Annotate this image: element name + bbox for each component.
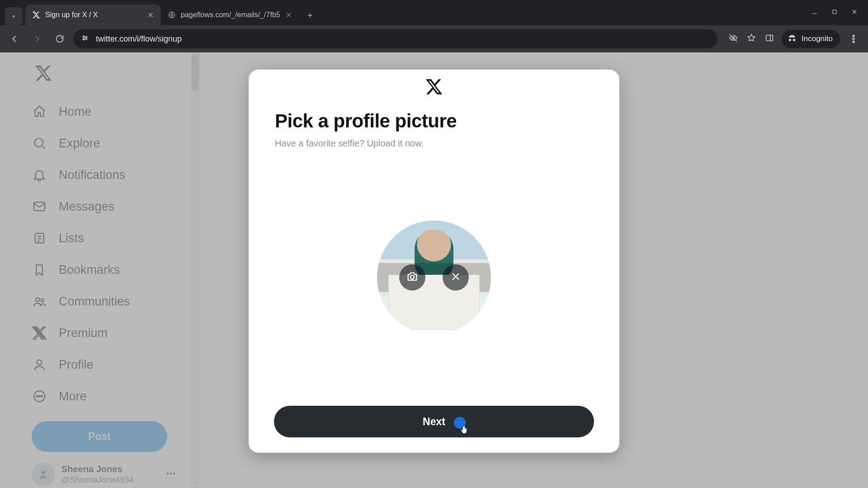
next-button[interactable]: Next (274, 406, 594, 437)
browser-tabbar: Sign up for X / X pageflows.com/_/emails… (0, 0, 868, 25)
svg-point-23 (410, 275, 414, 279)
window-maximize-button[interactable] (831, 8, 838, 17)
address-url: twitter.com/i/flow/signup (96, 34, 182, 44)
browser-menu-button[interactable] (844, 30, 863, 48)
svg-rect-6 (766, 35, 773, 41)
svg-point-7 (853, 35, 854, 37)
browser-tab[interactable]: pageflows.com/_/emails/_/7fb5 (161, 5, 299, 25)
browser-toolbar: twitter.com/i/flow/signup Incognito (0, 25, 868, 52)
globe-favicon-icon (167, 10, 176, 19)
remove-photo-button[interactable] (443, 264, 469, 291)
tab-close-icon[interactable] (146, 11, 155, 19)
svg-rect-1 (833, 10, 836, 14)
tab-close-icon[interactable] (285, 11, 293, 19)
modal-subtitle: Have a favorite selfie? Upload it now. (275, 138, 594, 149)
incognito-indicator[interactable]: Incognito (782, 30, 840, 48)
side-panel-icon[interactable] (764, 33, 774, 45)
site-settings-icon[interactable] (80, 33, 90, 45)
address-bar[interactable]: twitter.com/i/flow/signup (73, 29, 717, 48)
bookmark-star-icon[interactable] (746, 33, 756, 45)
nav-forward-button[interactable] (28, 30, 46, 48)
modal-title: Pick a profile picture (275, 110, 594, 132)
eye-off-icon[interactable] (728, 33, 738, 45)
incognito-label: Incognito (802, 34, 833, 43)
nav-reload-button[interactable] (51, 30, 69, 48)
nav-back-button[interactable] (5, 30, 24, 48)
tab-title: pageflows.com/_/emails/_/7fb5 (181, 11, 280, 19)
profile-picture-modal: Pick a profile picture Have a favorite s… (249, 70, 619, 453)
svg-point-9 (853, 41, 854, 43)
window-minimize-button[interactable] (811, 8, 818, 17)
x-logo-icon (425, 78, 443, 98)
profile-picture-preview (377, 221, 491, 334)
close-icon (449, 270, 462, 285)
x-favicon-icon (32, 10, 41, 19)
svg-point-8 (853, 38, 854, 40)
cursor-pointer-icon (459, 425, 469, 438)
browser-tab-active[interactable]: Sign up for X / X (25, 5, 161, 25)
tab-title: Sign up for X / X (45, 11, 142, 19)
incognito-icon (787, 33, 797, 45)
camera-icon (406, 270, 419, 285)
next-button-label: Next (423, 416, 445, 428)
add-photo-button[interactable] (399, 264, 425, 291)
new-tab-button[interactable] (302, 7, 318, 23)
tab-search-button[interactable] (5, 7, 23, 25)
window-close-button[interactable] (851, 8, 858, 17)
